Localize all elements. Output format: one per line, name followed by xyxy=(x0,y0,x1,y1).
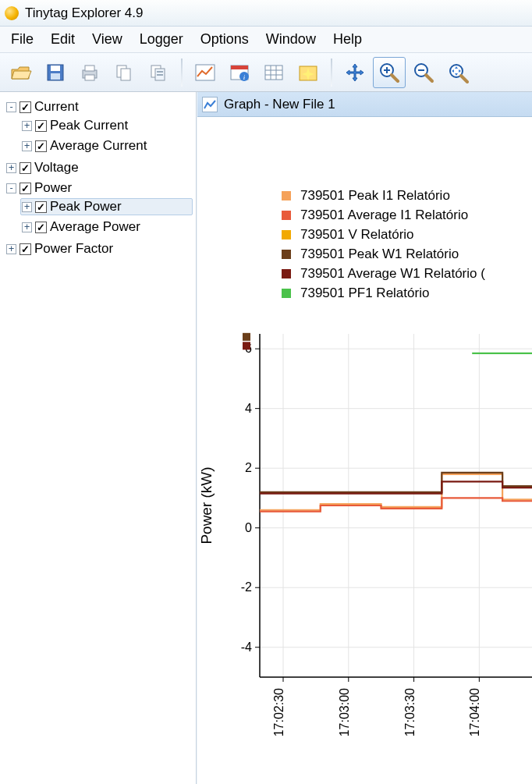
legend-label: 739501 Peak W1 Relatório xyxy=(300,247,459,262)
expand-icon[interactable]: + xyxy=(6,244,16,254)
graph-view-button[interactable] xyxy=(189,57,222,88)
legend-label: 739501 Average W1 Relatório ( xyxy=(300,266,485,282)
svg-text:-4: -4 xyxy=(241,640,252,654)
svg-rect-17 xyxy=(265,66,282,80)
zoom-in-button[interactable] xyxy=(373,57,406,88)
copy-page-icon xyxy=(148,62,168,83)
copy-button[interactable] xyxy=(108,57,140,88)
legend-item[interactable]: 739501 V Relatório xyxy=(282,225,485,244)
open-button[interactable] xyxy=(5,57,37,88)
legend-item[interactable]: 739501 Peak I1 Relatório xyxy=(282,186,485,205)
info-view-button[interactable]: i xyxy=(223,57,256,88)
tree-label: Voltage xyxy=(34,160,79,176)
zoom-out-button[interactable] xyxy=(407,57,440,88)
menubar: File Edit View Logger Options Window Hel… xyxy=(0,27,532,53)
move-icon xyxy=(345,62,365,83)
svg-line-31 xyxy=(461,76,467,82)
collapse-icon[interactable]: - xyxy=(6,183,16,193)
tree-label: Power Factor xyxy=(34,241,113,257)
graph-window-title: Graph - New File 1 xyxy=(224,97,335,112)
svg-rect-1 xyxy=(51,66,60,71)
expand-icon[interactable]: + xyxy=(6,163,16,173)
tree-item-peak-power[interactable]: + Peak Power xyxy=(20,198,193,215)
tree-label: Power xyxy=(34,180,72,196)
svg-text:0: 0 xyxy=(245,521,252,534)
legend-swatch xyxy=(282,269,291,278)
svg-text:2: 2 xyxy=(245,461,252,474)
legend-swatch xyxy=(282,191,291,200)
checkbox[interactable] xyxy=(35,140,47,152)
expand-icon[interactable]: + xyxy=(22,202,32,212)
tree-item-voltage[interactable]: + Voltage xyxy=(5,159,193,176)
legend-item[interactable]: 739501 PF1 Relatório xyxy=(282,283,485,303)
pan-button[interactable] xyxy=(339,57,371,88)
menu-file[interactable]: File xyxy=(3,28,41,51)
tree-label: Current xyxy=(34,99,79,115)
svg-rect-14 xyxy=(231,66,248,69)
tree-label: Average Power xyxy=(50,219,140,235)
legend-item[interactable]: 739501 Average I1 Relatório xyxy=(282,205,485,225)
svg-rect-4 xyxy=(85,66,94,71)
printer-icon xyxy=(80,62,100,83)
legend-swatch xyxy=(282,230,291,239)
svg-rect-5 xyxy=(85,75,94,80)
checkbox[interactable] xyxy=(20,183,31,194)
zoom-in-icon xyxy=(378,62,400,83)
svg-line-28 xyxy=(426,75,432,81)
svg-rect-7 xyxy=(121,69,130,80)
menu-options[interactable]: Options xyxy=(193,28,257,51)
legend-label: 739501 PF1 Relatório xyxy=(300,286,429,301)
svg-text:17:03:30: 17:03:30 xyxy=(403,688,417,736)
menu-edit[interactable]: Edit xyxy=(43,28,83,51)
checkbox[interactable] xyxy=(20,101,31,113)
expand-icon[interactable]: + xyxy=(22,141,32,151)
checkbox[interactable] xyxy=(35,201,47,213)
zoom-out-icon xyxy=(413,62,434,83)
svg-rect-65 xyxy=(243,333,250,341)
menu-help[interactable]: Help xyxy=(325,28,370,51)
checkbox[interactable] xyxy=(20,243,31,255)
zoom-fit-button[interactable] xyxy=(442,57,474,88)
save-button[interactable] xyxy=(39,57,72,88)
checkbox[interactable] xyxy=(20,162,31,174)
sparkle-icon xyxy=(298,63,318,82)
collapse-icon[interactable]: - xyxy=(6,102,16,112)
svg-rect-10 xyxy=(157,71,163,73)
menu-logger[interactable]: Logger xyxy=(132,28,191,51)
tree-item-power-factor[interactable]: + Power Factor xyxy=(5,240,193,257)
expand-icon[interactable]: + xyxy=(22,121,32,131)
chart-window-icon xyxy=(202,97,218,112)
legend-item[interactable]: 739501 Average W1 Relatório ( xyxy=(282,264,485,283)
chart-legend: 739501 Peak I1 Relatório739501 Average I… xyxy=(282,186,485,303)
menu-view[interactable]: View xyxy=(84,28,130,51)
tree-item-average-current[interactable]: + Average Current xyxy=(20,137,193,154)
window-titlebar: Tinytag Explorer 4.9 xyxy=(0,0,532,27)
expand-icon[interactable]: + xyxy=(22,222,32,232)
tree-panel: - Current + Peak Current + Average Curre… xyxy=(0,92,197,784)
print-button[interactable] xyxy=(73,57,106,88)
svg-text:17:02:30: 17:02:30 xyxy=(272,688,286,736)
toolbar-separator xyxy=(181,59,183,87)
checkbox[interactable] xyxy=(35,222,47,233)
svg-rect-11 xyxy=(157,74,163,76)
tree-item-average-power[interactable]: + Average Power xyxy=(20,218,193,236)
tree-item-peak-current[interactable]: + Peak Current xyxy=(20,117,193,134)
new-chart-button[interactable] xyxy=(292,57,325,88)
app-icon xyxy=(5,6,19,20)
tree-item-power[interactable]: - Power xyxy=(5,179,193,197)
chart[interactable]: -4-2024617:02:3017:03:0017:03:3017:04:00… xyxy=(197,326,532,784)
legend-label: 739501 Average I1 Relatório xyxy=(300,208,468,223)
table-view-button[interactable] xyxy=(257,57,290,88)
tree-item-current[interactable]: - Current xyxy=(5,98,193,115)
legend-label: 739501 V Relatório xyxy=(300,227,414,243)
checkbox[interactable] xyxy=(35,120,47,132)
copy-page-button[interactable] xyxy=(142,57,175,88)
tree-label: Average Current xyxy=(50,138,147,154)
graph-window-titlebar[interactable]: Graph - New File 1 xyxy=(197,92,532,117)
legend-item[interactable]: 739501 Peak W1 Relatório xyxy=(282,244,485,264)
chart-icon xyxy=(195,64,215,81)
svg-text:Power (kW): Power (kW) xyxy=(198,466,215,544)
toolbar: i xyxy=(0,53,532,92)
table-icon xyxy=(264,64,284,81)
menu-window[interactable]: Window xyxy=(258,28,324,51)
